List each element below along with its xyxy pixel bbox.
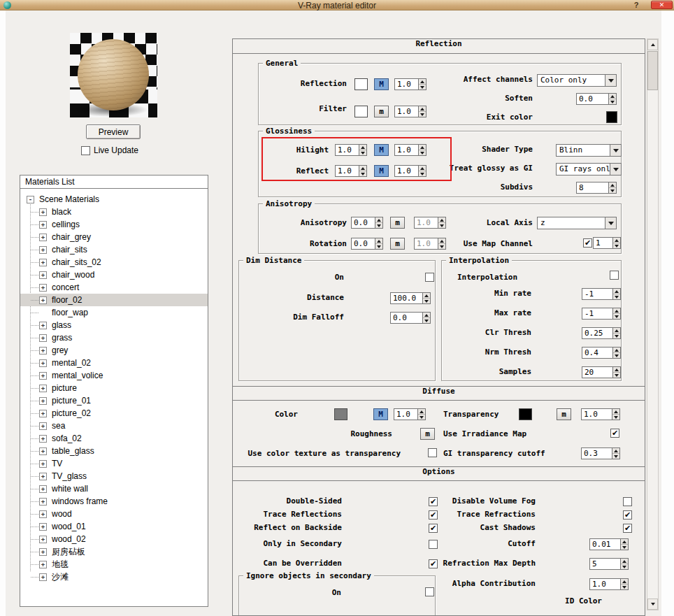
tree-item[interactable]: + glass	[20, 319, 208, 331]
reflect-map-button[interactable]: M	[374, 165, 389, 177]
dim-falloff-spinner[interactable]: 0.0	[390, 312, 431, 324]
tree-item[interactable]: + chair_sits	[20, 243, 208, 256]
use-map-channel-checkbox[interactable]: ✔	[583, 238, 592, 248]
expand-icon[interactable]: +	[39, 322, 47, 329]
anisotropy-value-spinner[interactable]: 0.0	[351, 217, 383, 229]
expand-icon[interactable]: +	[39, 259, 47, 266]
roughness-map-button[interactable]: m	[420, 428, 435, 440]
tree-item[interactable]: + picture_01	[20, 394, 208, 407]
tree-item[interactable]: + mental_volice	[20, 369, 208, 382]
rotation-value-spinner[interactable]: 0.0	[351, 238, 383, 250]
scroll-up-button[interactable]	[647, 39, 658, 50]
max-rate-spinner[interactable]: -1	[582, 308, 621, 320]
use-color-texture-checkbox[interactable]	[428, 448, 437, 457]
exit-color-swatch[interactable]	[606, 111, 617, 123]
gi-cutoff-spinner[interactable]: 0.3	[581, 447, 620, 459]
affect-channels-select[interactable]: Color only	[537, 74, 617, 87]
tree-item[interactable]: + cellings	[20, 218, 208, 231]
spinner-up-icon[interactable]	[419, 145, 426, 150]
hilight-map-button[interactable]: M	[374, 144, 389, 156]
expand-icon[interactable]: +	[39, 359, 47, 367]
section-header-reflection[interactable]: Reflection	[233, 39, 645, 54]
expand-icon[interactable]: +	[39, 473, 47, 480]
spinner-down-icon[interactable]	[613, 294, 620, 299]
clr-thresh-spinner[interactable]: 0.25	[582, 327, 621, 339]
tree-item[interactable]: + grass	[20, 331, 208, 344]
expand-icon[interactable]: +	[39, 397, 47, 405]
spinner-down-icon[interactable]	[419, 150, 426, 155]
spinner-up-icon[interactable]	[423, 313, 430, 317]
tree-item[interactable]: + wood_01	[20, 520, 208, 533]
tree-item[interactable]: + chair_grey	[20, 231, 208, 243]
tree-item[interactable]: + grey	[20, 344, 208, 357]
spinner-down-icon[interactable]	[418, 414, 425, 420]
spinner-down-icon[interactable]	[359, 171, 366, 176]
filter-map-button[interactable]: m	[374, 106, 389, 117]
spinner-up-icon[interactable]	[613, 238, 620, 243]
tree-item[interactable]: + TV	[20, 457, 208, 470]
spinner-up-icon[interactable]	[359, 145, 366, 150]
reflection-map-button[interactable]: M	[374, 78, 389, 90]
map-channel-spinner[interactable]: 1	[593, 237, 621, 249]
expand-icon[interactable]: +	[39, 523, 47, 531]
spinner-down-icon[interactable]	[419, 111, 426, 117]
alpha-contribution-spinner[interactable]: 1.0	[589, 578, 629, 590]
tree-item[interactable]: + TV_glass	[20, 470, 208, 482]
spinner-up-icon[interactable]	[613, 348, 620, 352]
expand-icon[interactable]: +	[39, 334, 47, 342]
spinner-down-icon[interactable]	[375, 243, 382, 249]
spinner-up-icon[interactable]	[613, 308, 620, 313]
spinner-down-icon[interactable]	[612, 453, 619, 459]
spinner-down-icon[interactable]	[359, 150, 366, 155]
spinner-down-icon[interactable]	[613, 243, 620, 248]
transparency-amount-spinner[interactable]: 1.0	[581, 408, 620, 420]
spinner-down-icon[interactable]	[609, 99, 616, 104]
spinner-down-icon[interactable]	[613, 352, 620, 358]
spinner-up-icon[interactable]	[423, 293, 430, 298]
tree-item[interactable]: + floor_wap	[20, 306, 208, 319]
spinner-down-icon[interactable]	[423, 298, 430, 303]
anisotropy-map-button[interactable]: m	[390, 217, 405, 229]
scroll-down-button[interactable]	[647, 599, 658, 610]
tree-item[interactable]: + sea	[20, 420, 208, 432]
diffuse-color-swatch[interactable]	[334, 408, 347, 420]
spinner-down-icon[interactable]	[419, 84, 426, 89]
spinner-up-icon[interactable]	[613, 328, 620, 333]
spinner-up-icon[interactable]	[612, 409, 619, 414]
expand-icon[interactable]: +	[39, 284, 47, 292]
spinner-down-icon[interactable]	[609, 187, 616, 193]
collapse-icon[interactable]: -	[27, 196, 34, 203]
expand-icon[interactable]: +	[39, 347, 47, 354]
samples-spinner[interactable]: 20	[582, 366, 621, 378]
titlebar[interactable]: V-Ray material editor ? ✕	[0, 0, 674, 10]
spinner-up-icon[interactable]	[609, 94, 616, 99]
spinner-up-icon[interactable]	[621, 559, 628, 564]
tree-item[interactable]: + wood	[20, 508, 208, 520]
expand-icon[interactable]: +	[39, 561, 47, 568]
tree-item[interactable]: + chair_wood	[20, 268, 208, 281]
panel-scrollbar[interactable]	[647, 38, 659, 610]
spinner-up-icon[interactable]	[418, 409, 425, 414]
expand-icon[interactable]: +	[39, 485, 47, 493]
spinner-up-icon[interactable]	[375, 217, 382, 222]
spinner-up-icon[interactable]	[612, 448, 619, 453]
preview-button[interactable]: Preview	[86, 124, 141, 139]
transparency-map-button[interactable]: m	[557, 408, 571, 420]
expand-icon[interactable]: +	[39, 372, 47, 380]
nrm-thresh-spinner[interactable]: 0.4	[582, 347, 621, 359]
spinner-down-icon[interactable]	[613, 372, 620, 378]
cast-shadows-checkbox[interactable]: ✔	[623, 524, 632, 533]
section-header-options[interactable]: Options	[233, 466, 645, 481]
rotation-map-button[interactable]: m	[390, 238, 405, 250]
expand-icon[interactable]: +	[39, 246, 47, 254]
spinner-up-icon[interactable]	[419, 79, 426, 84]
tree-item[interactable]: + black	[20, 206, 208, 218]
expand-icon[interactable]: +	[39, 296, 47, 304]
use-irradiance-checkbox[interactable]: ✔	[610, 429, 619, 438]
spinner-up-icon[interactable]	[375, 238, 382, 243]
expand-icon[interactable]: +	[39, 234, 47, 241]
spinner-down-icon[interactable]	[613, 313, 620, 319]
interpolation-checkbox[interactable]	[610, 271, 619, 280]
subdivs-spinner[interactable]: 8	[576, 182, 617, 194]
expand-icon[interactable]: +	[39, 573, 47, 581]
